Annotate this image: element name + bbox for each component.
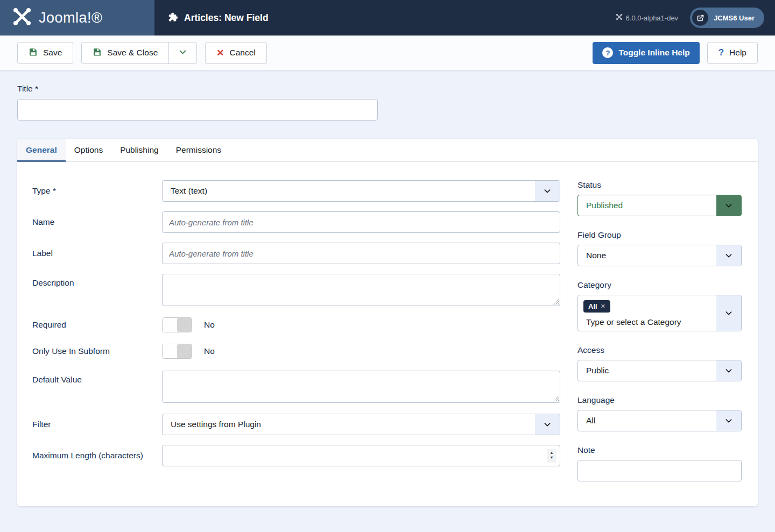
category-field-group: Category All ✕ Type or select a Category xyxy=(577,280,742,331)
header-right: 6.0.0-alpha1-dev JCMS6 User xyxy=(616,0,775,36)
filter-field-row: Filter Use settings from Plugin xyxy=(32,414,560,435)
only-subform-field-row: Only Use In Subform No xyxy=(32,344,560,359)
only-subform-label: Only Use In Subform xyxy=(32,346,162,356)
category-chip: All ✕ xyxy=(583,300,610,313)
category-placeholder: Type or select a Category xyxy=(583,317,711,327)
access-select[interactable]: Public xyxy=(577,360,742,381)
resize-handle[interactable] xyxy=(553,299,559,304)
tab-general[interactable]: General xyxy=(17,139,66,161)
required-field-row: Required No xyxy=(32,317,560,332)
save-button[interactable]: Save xyxy=(17,42,73,64)
cancel-button-label: Cancel xyxy=(230,48,256,58)
tab-publishing[interactable]: Publishing xyxy=(111,139,167,161)
required-toggle[interactable] xyxy=(162,317,192,332)
access-select-value: Public xyxy=(586,366,609,375)
save-icon xyxy=(29,47,38,59)
title-input[interactable] xyxy=(17,99,378,120)
filter-label: Filter xyxy=(32,420,162,429)
label-input[interactable] xyxy=(162,243,560,264)
only-subform-toggle[interactable] xyxy=(162,344,192,359)
puzzle-icon xyxy=(166,11,178,25)
status-label: Status xyxy=(577,180,742,190)
toggle-inline-help-label: Toggle Inline Help xyxy=(618,48,689,58)
help-button-label: Help xyxy=(729,48,746,58)
description-field-row: Description xyxy=(32,274,560,306)
status-field-group: Status Published xyxy=(577,180,742,216)
tab-options[interactable]: Options xyxy=(66,139,111,161)
note-input[interactable] xyxy=(577,460,742,481)
form-right-column: Status Published Field Group None xyxy=(577,180,742,481)
user-menu-button[interactable]: JCMS6 User xyxy=(690,8,764,28)
type-field-row: Type * Text (text) xyxy=(32,180,560,202)
resize-handle[interactable] xyxy=(553,395,559,401)
name-input[interactable] xyxy=(162,211,560,233)
save-close-button-label: Save & Close xyxy=(107,48,158,58)
language-select-value: All xyxy=(586,416,595,425)
only-subform-toggle-state: No xyxy=(204,346,215,356)
title-field-group: Title * xyxy=(17,84,758,120)
tab-bar: General Options Publishing Permissions xyxy=(17,139,758,162)
chevron-down-icon xyxy=(716,360,741,381)
joomla-mini-icon xyxy=(616,13,623,22)
chevron-down-icon xyxy=(716,245,741,266)
filter-select[interactable]: Use settings from Plugin xyxy=(162,414,560,435)
required-toggle-state: No xyxy=(204,320,215,330)
title-label: Title * xyxy=(17,84,758,94)
label-label: Label xyxy=(32,249,162,258)
chevron-down-icon xyxy=(535,181,560,201)
filter-select-value: Use settings from Plugin xyxy=(171,420,261,429)
header-title-zone: Articles: New Field xyxy=(154,0,616,36)
tab-permissions[interactable]: Permissions xyxy=(167,139,230,161)
toolbar-right: ? Toggle Inline Help ? Help xyxy=(593,42,758,64)
save-options-dropdown-toggle[interactable] xyxy=(168,42,196,63)
joomla-logo-icon xyxy=(12,6,32,29)
category-multiselect[interactable]: All ✕ Type or select a Category xyxy=(577,295,742,331)
number-stepper[interactable]: ▲▼ xyxy=(547,449,556,463)
description-textarea[interactable] xyxy=(162,274,560,306)
chevron-down-icon xyxy=(178,47,187,59)
main-content: Title * General Options Publishing Permi… xyxy=(0,70,775,506)
toolbar: Save Save & Close ✕ Cancel ? Toggle Inli… xyxy=(0,36,775,70)
version-text: 6.0.0-alpha1-dev xyxy=(626,14,679,22)
joomla-brand[interactable]: Joomla!® xyxy=(0,0,154,36)
chevron-down-icon xyxy=(716,410,741,431)
default-value-textarea[interactable] xyxy=(162,371,560,403)
chevron-down-icon xyxy=(535,414,560,435)
field-group-field-group: Field Group None xyxy=(577,230,742,266)
max-length-input[interactable] xyxy=(162,445,560,466)
cancel-button[interactable]: ✕ Cancel xyxy=(205,42,267,64)
required-label: Required xyxy=(32,320,162,330)
max-length-label: Maximum Length (characters) xyxy=(32,451,162,460)
external-link-icon xyxy=(692,10,708,26)
access-field-group: Access Public xyxy=(577,345,742,381)
field-group-select-value: None xyxy=(586,251,606,260)
category-label: Category xyxy=(577,280,742,290)
label-field-row: Label xyxy=(32,243,560,264)
save-close-button-group: Save & Close xyxy=(81,42,197,64)
type-select[interactable]: Text (text) xyxy=(162,180,560,202)
brand-wordmark: Joomla!® xyxy=(39,10,102,26)
question-circle-icon: ? xyxy=(602,47,613,58)
chevron-down-icon xyxy=(716,195,741,216)
toggle-inline-help-button[interactable]: ? Toggle Inline Help xyxy=(593,42,699,64)
help-button[interactable]: ? Help xyxy=(707,42,758,64)
user-label: JCMS6 User xyxy=(708,14,762,22)
save-close-button[interactable]: Save & Close xyxy=(82,42,168,63)
remove-chip-icon[interactable]: ✕ xyxy=(601,303,605,310)
field-group-select[interactable]: None xyxy=(577,245,742,266)
note-label: Note xyxy=(577,445,742,455)
language-select[interactable]: All xyxy=(577,410,742,431)
page-title: Articles: New Field xyxy=(184,12,269,24)
status-select[interactable]: Published xyxy=(577,195,742,216)
chevron-down-icon[interactable] xyxy=(716,295,741,331)
chevron-down-icon: ▼ xyxy=(549,456,553,460)
max-length-field-row: Maximum Length (characters) ▲▼ xyxy=(32,445,560,466)
field-group-label: Field Group xyxy=(577,230,742,240)
form-left-column: Type * Text (text) Name xyxy=(32,180,560,481)
category-chip-label: All xyxy=(588,302,597,310)
type-label: Type * xyxy=(32,186,162,196)
language-label: Language xyxy=(577,395,742,405)
close-icon: ✕ xyxy=(216,48,224,58)
access-label: Access xyxy=(577,345,742,355)
name-label: Name xyxy=(32,217,162,227)
